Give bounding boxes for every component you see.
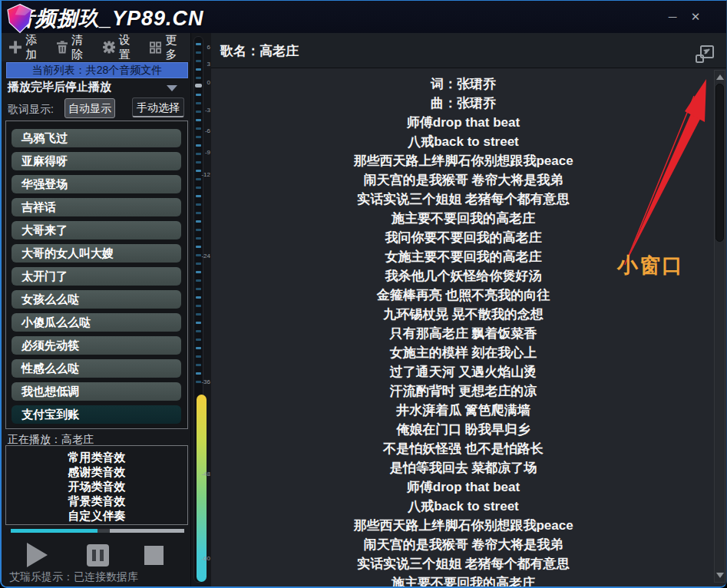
category-item[interactable]: 感谢类音效 — [6, 464, 187, 479]
app-window: 音频捌玖_YP89.CN ─ ✕ 添加 清除 — [0, 0, 727, 588]
song-item[interactable]: 大哥的女人叫大嫂 — [12, 244, 181, 263]
lyric-line: 那些西天路上绊脚石你别想跟我peace — [211, 516, 715, 535]
left-panel: 添加 清除 — [2, 33, 191, 587]
song-item[interactable]: 必须先动筷 — [12, 336, 181, 355]
list-status-bar: 当前列表：共28个音频文件 — [6, 62, 188, 78]
lyric-line: 是怕等我回去 菜都凉了场 — [211, 458, 715, 477]
list-status-text: 当前列表：共28个音频文件 — [32, 64, 163, 78]
small-window-icon[interactable] — [695, 45, 715, 64]
lyric-line: 师傅drop that beat — [211, 477, 715, 497]
db-label: -9 — [198, 149, 210, 157]
app-title: 音频捌玖_YP89.CN — [14, 5, 204, 32]
trash-icon — [57, 41, 68, 54]
play-button[interactable] — [27, 543, 48, 567]
lyric-line: 那些西天路上绊脚石你别想跟我peace — [211, 151, 715, 170]
db-label: -12 — [198, 171, 210, 179]
manual-select-button[interactable]: 手动选择 — [132, 97, 184, 117]
lyrics-scrollbar[interactable] — [714, 70, 725, 583]
song-item[interactable]: 我也想低调 — [12, 382, 181, 401]
song-item[interactable]: 大哥来了 — [12, 221, 181, 239]
lyric-line: 俺娘在门口 盼我早归乡 — [211, 420, 715, 439]
category-list: 常用类音效 感谢类音效 开场类音效 背景类音效 自定义伴奏 — [5, 445, 188, 525]
more-label: 更多 — [165, 33, 187, 62]
song-item[interactable]: 吉祥话 — [12, 198, 181, 216]
lyric-line: 词：张珺乔 — [211, 74, 715, 94]
lyric-line: 过了通天河 又遇火焰山烫 — [211, 362, 715, 382]
meter-level-fill — [197, 395, 207, 582]
lyric-line: 我问你要不要回我的高老庄 — [211, 228, 715, 247]
settings-label: 设置 — [119, 33, 141, 62]
lyric-line: 八戒back to street — [211, 132, 715, 151]
auto-display-button[interactable]: 自动显示 — [64, 98, 115, 118]
more-button[interactable]: 更多 — [147, 31, 190, 64]
clear-button[interactable]: 清除 — [54, 31, 97, 64]
song-item[interactable]: 性感么么哒 — [12, 359, 181, 378]
meter-track — [193, 36, 203, 583]
db-label: -36 — [198, 378, 210, 386]
lyric-line: 只有那高老庄 飘着饭菜香 — [211, 324, 715, 343]
song-item[interactable]: 小傻瓜么么哒 — [12, 313, 181, 332]
chevron-down-icon — [167, 85, 177, 91]
lyric-line: 闹天宫的是我猴哥 卷帘大将是我弟 — [211, 535, 715, 554]
scrollbar-thumb[interactable] — [715, 84, 724, 242]
app-logo-icon — [4, 3, 36, 34]
db-label: -48 — [198, 471, 210, 478]
db-label: -60 — [198, 555, 210, 563]
plus-icon — [9, 41, 21, 54]
lyric-line: 井水湃着瓜 篱笆爬满墙 — [211, 401, 715, 420]
lyric-line: 施主要不要回我的高老庄 — [211, 573, 715, 587]
add-label: 添加 — [25, 33, 48, 62]
pause-button[interactable] — [87, 544, 109, 567]
scroll-down-icon[interactable] — [716, 573, 724, 578]
lyric-line: 实话实说三个姐姐 老猪每个都有意思 — [211, 190, 715, 209]
db-label: -6 — [198, 127, 210, 135]
lyrics-panel: 歌名：高老庄 词：张珺乔 曲：张珺乔 师傅drop that beat 八戒ba… — [211, 33, 727, 587]
song-item[interactable]: 华强登场 — [12, 175, 181, 193]
category-item[interactable]: 自定义伴奏 — [6, 508, 187, 523]
song-item-active[interactable]: 支付宝到账 — [12, 405, 181, 424]
annotation-label: 小窗口 — [617, 252, 684, 279]
song-item[interactable]: 太开门了 — [12, 267, 181, 286]
category-item[interactable]: 开场类音效 — [6, 479, 187, 494]
lyrics-header: 歌名：高老庄 — [211, 33, 727, 68]
progress-bar[interactable] — [11, 529, 184, 533]
category-item[interactable]: 背景类音效 — [6, 494, 187, 508]
toolbar: 添加 清除 — [2, 33, 190, 61]
lyric-line: 实话实说三个姐姐 老猪每个都有意思 — [211, 554, 715, 573]
song-item[interactable]: 女孩么么哒 — [12, 290, 181, 309]
lyric-line: 施主要不要回我的高老庄 — [211, 209, 715, 228]
db-label: -24 — [198, 253, 210, 260]
lyric-line: 女施主的模样 刻在我心上 — [211, 343, 715, 362]
play-mode-label: 播放完毕后停止播放 — [8, 80, 111, 94]
lyric-line: 八戒back to street — [211, 497, 715, 516]
song-name-label: 歌名：高老庄 — [220, 42, 299, 60]
play-mode-dropdown[interactable]: 播放完毕后停止播放 — [2, 78, 191, 98]
song-item[interactable]: 乌鸦飞过 — [12, 129, 181, 147]
lyric-line: 曲：张珺乔 — [211, 94, 715, 113]
song-list: 乌鸦飞过 亚麻得呀 华强登场 吉祥话 大哥来了 大哥的女人叫大嫂 太开门了 女孩… — [5, 121, 188, 429]
lyric-line: 不是怕妖怪强 也不是怕路长 — [211, 439, 715, 458]
database-status: 艾瑞乐提示：已连接数据库 — [9, 570, 138, 584]
db-label: 6 — [198, 44, 210, 51]
song-item[interactable]: 亚麻得呀 — [12, 152, 181, 170]
scroll-up-icon[interactable] — [716, 74, 724, 80]
level-meter: 6 3 0 -3 -6 -9 -12 -24 -36 -48 -60 — [191, 33, 211, 587]
db-label: 0 — [198, 79, 210, 87]
lyric-line: 汗流酌背时 更想老庄的凉 — [211, 382, 715, 401]
db-label: 3 — [198, 61, 210, 68]
db-label: -3 — [198, 107, 210, 114]
lyric-line: 闹天宫的是我猴哥 卷帘大将是我弟 — [211, 170, 715, 190]
title-bar[interactable]: 音频捌玖_YP89.CN ─ ✕ — [2, 1, 726, 33]
lyric-line: 金箍棒再亮 也照不亮我的向往 — [211, 286, 715, 305]
lyric-display-label: 歌词显示: — [8, 103, 54, 117]
close-button[interactable]: ✕ — [686, 8, 705, 25]
add-button[interactable]: 添加 — [6, 31, 51, 64]
stop-button[interactable] — [144, 546, 164, 565]
settings-button[interactable]: 设置 — [100, 31, 144, 64]
clear-label: 清除 — [71, 33, 94, 62]
progress-handle[interactable] — [97, 529, 110, 533]
category-item[interactable]: 常用类音效 — [6, 450, 187, 464]
lyric-display-row: 歌词显示: 自动显示 手动选择 — [2, 97, 191, 121]
minimize-button[interactable]: ─ — [663, 8, 682, 25]
gear-icon — [103, 41, 115, 54]
